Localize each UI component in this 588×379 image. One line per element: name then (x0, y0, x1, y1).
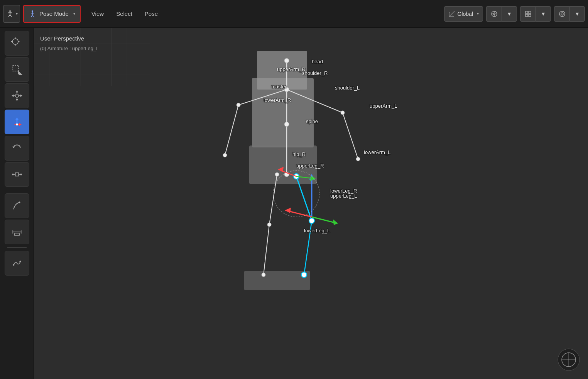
svg-line-9 (32, 15, 34, 17)
toolbar-separator-2 (7, 247, 27, 248)
svg-rect-21 (529, 11, 531, 14)
menu-view[interactable]: View (85, 5, 110, 23)
svg-line-75 (225, 105, 238, 155)
svg-rect-20 (525, 11, 528, 14)
transform-space-selector[interactable]: Global ▾ (444, 6, 483, 22)
annotate-tool[interactable] (5, 193, 29, 218)
cursor-tool[interactable] (5, 31, 29, 56)
svg-rect-64 (34, 28, 150, 86)
svg-point-91 (294, 174, 299, 179)
bone-label-upperLeg_R: upperLeg_R (296, 163, 324, 169)
mode-dropdown-arrow: ▾ (73, 12, 75, 16)
move-all-tool[interactable] (5, 83, 29, 108)
svg-point-90 (262, 273, 265, 277)
svg-point-92 (309, 218, 314, 223)
mode-selector[interactable]: Pose Mode ▾ (23, 5, 81, 23)
bone-label-lowerLeg_R: lowerLeg_R (330, 188, 357, 194)
pivot-group: ▾ (486, 6, 517, 22)
transform-space-label: Global (458, 11, 473, 17)
svg-line-4 (10, 14, 12, 17)
bone-label-upperArm_R: upperArm_R (277, 66, 306, 72)
svg-marker-45 (15, 117, 19, 120)
bone-label-master: master (271, 84, 287, 90)
svg-line-78 (296, 176, 312, 221)
header-right: Global ▾ ▾ (444, 6, 585, 22)
svg-rect-69 (249, 146, 317, 184)
pivot-btn[interactable] (486, 6, 502, 22)
svg-rect-23 (529, 14, 531, 17)
navigation-gizmo[interactable] (557, 348, 580, 371)
svg-marker-101 (278, 167, 284, 172)
svg-rect-50 (15, 173, 19, 176)
snap-dropdown[interactable]: ▾ (536, 6, 551, 22)
relax-tool[interactable] (5, 251, 29, 276)
svg-marker-41 (12, 95, 14, 97)
svg-marker-34 (18, 70, 23, 75)
menu-pose[interactable]: Pose (139, 5, 164, 23)
svg-line-76 (269, 174, 277, 225)
svg-point-104 (273, 171, 319, 217)
header-menu: View Select Pose (85, 5, 164, 23)
bone-label-shoulder_R: shoulder_R (302, 70, 328, 76)
svg-line-100 (281, 171, 296, 176)
svg-point-61 (19, 261, 21, 262)
svg-marker-43 (20, 95, 22, 97)
svg-marker-99 (333, 219, 338, 225)
viewport-display-btn[interactable] (520, 6, 536, 22)
svg-line-77 (264, 225, 269, 275)
rotate-tool[interactable] (5, 136, 29, 161)
svg-point-48 (16, 124, 18, 125)
svg-point-80 (284, 58, 289, 63)
svg-rect-22 (525, 14, 528, 17)
svg-line-72 (287, 90, 343, 113)
svg-line-96 (289, 211, 312, 217)
svg-marker-47 (19, 123, 21, 126)
svg-point-25 (561, 13, 563, 15)
svg-line-74 (238, 90, 287, 105)
proportional-dropdown[interactable]: ▾ (569, 6, 585, 22)
left-toolbar (0, 28, 34, 379)
measure-tool[interactable] (5, 220, 29, 244)
svg-rect-59 (14, 233, 19, 235)
svg-point-35 (15, 94, 19, 98)
svg-rect-68 (257, 51, 307, 90)
bone-label-shoulder_L: shoulder_L (335, 85, 360, 91)
svg-marker-37 (15, 90, 18, 92)
header-bar: ▾ Pose Mode ▾ View Select Pose (0, 0, 588, 28)
svg-point-28 (12, 39, 18, 44)
svg-point-87 (223, 153, 227, 157)
toolbar-separator (7, 190, 27, 190)
object-type-dropdown[interactable]: ▾ (3, 5, 20, 23)
svg-point-86 (237, 103, 240, 107)
bone-label-head: head (312, 59, 323, 64)
bone-label-hip_R: hip_R (292, 151, 306, 157)
svg-rect-33 (13, 65, 19, 71)
svg-point-82 (284, 122, 289, 127)
transform-space-arrow: ▾ (477, 12, 479, 16)
svg-point-0 (9, 10, 11, 12)
svg-marker-39 (15, 99, 18, 101)
bone-label-lowerLeg_L: lowerLeg_L (304, 228, 330, 233)
mode-label: Pose Mode (39, 10, 69, 17)
svg-point-85 (356, 157, 360, 161)
svg-line-8 (31, 15, 32, 17)
bone-label-spine: spine (306, 118, 318, 124)
svg-point-89 (267, 223, 271, 227)
menu-select[interactable]: Select (110, 5, 139, 23)
bone-label-lowerArm_R: lowerArm_R (264, 97, 291, 103)
snap-group: ▾ (520, 6, 551, 22)
proportional-btn[interactable] (554, 6, 569, 22)
svg-line-79 (304, 221, 312, 275)
svg-point-93 (301, 272, 307, 277)
svg-point-81 (284, 87, 289, 92)
select-tool[interactable] (5, 57, 29, 82)
bone-label-lowerArm_L: lowerArm_L (364, 149, 390, 155)
pivot-dropdown[interactable]: ▾ (502, 6, 517, 22)
scale-tool[interactable] (5, 162, 29, 187)
header-left: ▾ Pose Mode ▾ View Select Pose (3, 5, 164, 23)
bone-label-upperArm_L: upperArm_L (370, 103, 397, 109)
svg-marker-97 (285, 208, 291, 213)
svg-marker-49 (12, 147, 15, 148)
viewport[interactable]: User Perspective (0) Armature : upperLeg… (34, 28, 588, 379)
move-tool[interactable] (5, 110, 29, 134)
